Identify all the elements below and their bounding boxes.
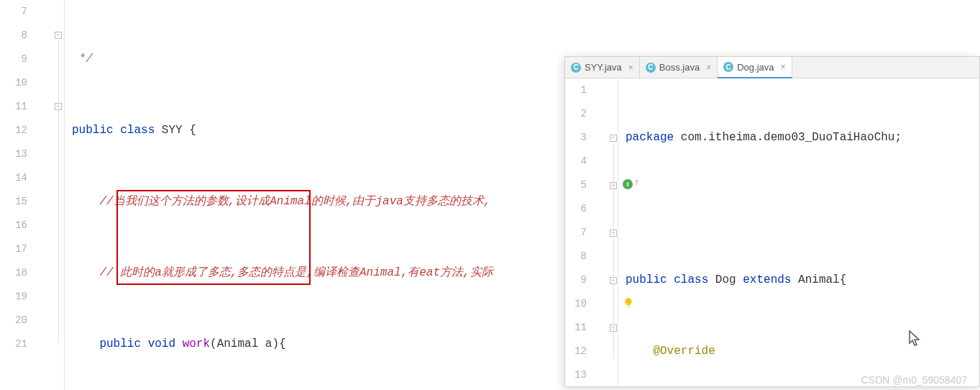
line-number: 7: [0, 0, 35, 24]
keyword: class: [120, 124, 155, 137]
tab-dog[interactable]: C Dog.java ×: [718, 57, 792, 78]
java-class-icon: C: [646, 63, 656, 73]
keyword: package: [626, 131, 674, 144]
line-number: 18: [0, 261, 35, 285]
line-number: 14: [0, 166, 35, 190]
tab-label: Boss.java: [659, 62, 700, 73]
super-class: Animal{: [791, 273, 846, 286]
tab-label: SYY.java: [585, 62, 622, 73]
fold-toggle-icon[interactable]: −: [55, 32, 62, 39]
method-name: work: [183, 337, 210, 350]
java-class-icon: C: [723, 62, 733, 72]
tab-boss[interactable]: C Boss.java ×: [640, 57, 718, 78]
line-number: 6: [565, 197, 592, 221]
fold-guide-line: [613, 143, 614, 359]
line-number: 20: [0, 309, 35, 332]
class-name: SYY: [162, 124, 183, 137]
line-number: 1: [565, 78, 592, 102]
package-name: com.itheima.demo03_DuoTaiHaoChu;: [674, 131, 902, 144]
close-icon[interactable]: ×: [628, 63, 633, 73]
line-number: 8: [0, 24, 35, 47]
keyword: public: [626, 273, 667, 286]
line-number: 16: [0, 214, 35, 237]
line-number: 11: [565, 316, 592, 340]
line-number: 9: [0, 47, 35, 71]
right-code-area[interactable]: package com.itheima.demo03_DuoTaiHaoChu;…: [618, 78, 979, 386]
line-number: 7: [565, 221, 592, 245]
line-number: 9: [565, 268, 592, 292]
comment-close: */: [79, 53, 93, 65]
params: (Animal a){: [210, 337, 286, 350]
right-gutter-icons: I ↑ − − − − −: [592, 78, 618, 386]
line-number: 13: [0, 142, 35, 166]
editor-tabs: C SYY.java × C Boss.java × C Dog.java ×: [565, 57, 979, 78]
line-number: 12: [565, 340, 592, 363]
left-line-numbers: 7 8 9 10 11 12 13 14 15 16 17 18 19 20 2…: [0, 0, 35, 390]
code-line[interactable]: @Override: [618, 340, 979, 363]
keyword: public: [99, 337, 141, 350]
right-editor-body: 1 2 3 4 5 6 7 8 9 10 11 12 13 I ↑ − − − …: [565, 78, 979, 386]
keyword: public: [72, 124, 114, 137]
fold-toggle-icon[interactable]: −: [610, 135, 617, 142]
highlight-box: [116, 190, 311, 285]
java-class-icon: C: [571, 63, 581, 73]
line-number: 5: [565, 173, 592, 197]
line-number: 2: [565, 102, 592, 126]
line-number: 19: [0, 285, 35, 309]
secondary-editor-window: C SYY.java × C Boss.java × C Dog.java × …: [564, 56, 980, 387]
brace: {: [183, 124, 196, 137]
right-line-numbers: 1 2 3 4 5 6 7 8 9 10 11 12 13: [565, 78, 592, 386]
annotation: @Override: [653, 345, 715, 358]
close-icon[interactable]: ×: [781, 62, 786, 72]
code-line[interactable]: package com.itheima.demo03_DuoTaiHaoChu;: [618, 126, 979, 150]
line-number: 3: [565, 126, 592, 150]
keyword: extends: [743, 273, 791, 286]
code-line[interactable]: [618, 197, 979, 221]
line-number: 17: [0, 237, 35, 261]
keyword: void: [148, 337, 175, 350]
close-icon[interactable]: ×: [706, 63, 711, 73]
line-number: 4: [565, 150, 592, 173]
line-number: 21: [0, 332, 35, 356]
fold-guide-line: [58, 40, 59, 343]
line-number: 12: [0, 119, 35, 142]
line-number: 15: [0, 190, 35, 214]
line-number: 11: [0, 95, 35, 119]
tab-syy[interactable]: C SYY.java ×: [565, 57, 640, 78]
line-number: 13: [565, 363, 592, 387]
line-number: 10: [0, 71, 35, 95]
keyword: class: [674, 273, 708, 286]
code-line[interactable]: public class Dog extends Animal{: [618, 268, 979, 292]
left-gutter-icons: @ − −: [35, 0, 65, 390]
class-name: Dog: [708, 273, 743, 286]
line-number: 10: [565, 292, 592, 316]
tab-label: Dog.java: [737, 62, 774, 73]
line-number: 8: [565, 245, 592, 268]
